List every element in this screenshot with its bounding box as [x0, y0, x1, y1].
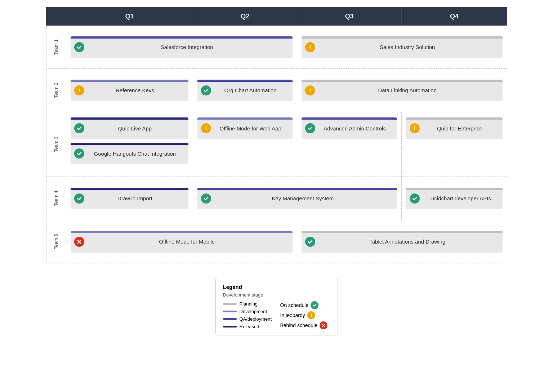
- sales-industry-solution-label: Sales Industry Solution: [380, 44, 435, 50]
- legend-in-jeopardy-icon: [307, 311, 315, 319]
- on-schedule-icon-3: [74, 123, 84, 133]
- legend-bar-planning: [223, 303, 237, 305]
- bar-qa-4: [197, 188, 397, 190]
- legend-statuses: On schedule In jeopardy Behind schedule: [280, 301, 330, 329]
- sales-industry-solution-card[interactable]: Sales Industry Solution: [302, 36, 503, 58]
- data-linking-automation-card[interactable]: Data Linking Automation: [302, 80, 503, 101]
- bar-released: [71, 117, 189, 120]
- legend-bar-development: [223, 311, 237, 312]
- team3-row: Team 3 Quip Live App: [46, 112, 507, 177]
- bar-planning-4: [406, 188, 502, 190]
- offline-mode-web-card[interactable]: Offline Mode for Web App: [197, 117, 293, 139]
- in-jeopardy-icon: [305, 42, 315, 52]
- team3-label: Team 3: [46, 112, 66, 177]
- in-jeopardy-icon-4: [201, 123, 211, 133]
- bar-qa-2: [197, 80, 293, 82]
- behind-schedule-icon: [74, 237, 84, 247]
- svg-point-0: [310, 48, 311, 49]
- tablet-annotations-label: Tablet Annotations and Drawing: [369, 239, 445, 245]
- team2-q1: Reference Keys: [66, 69, 193, 112]
- legend-development-label: Development: [240, 309, 267, 314]
- legend-grid: Planning Development QA/deployment Relea…: [223, 301, 330, 329]
- lucidchart-developer-apis-card[interactable]: Lucidchart developer APIs: [406, 188, 502, 209]
- team1-q1q2: Salesforce Integration: [66, 26, 297, 69]
- legend-on-schedule: On schedule: [280, 301, 330, 309]
- team3-q1: Quip Live App Google Hangouts Chat Integ…: [66, 112, 193, 177]
- svg-point-3: [206, 129, 206, 130]
- bar-released-2: [71, 143, 189, 145]
- legend: Legend Development stage Planning Develo…: [215, 278, 338, 335]
- team4-q4: Lucidchart developer APIs: [402, 177, 507, 220]
- salesforce-integration-card[interactable]: Salesforce Integration: [71, 36, 293, 58]
- on-schedule-icon-2: [201, 85, 211, 95]
- team4-q2q3: Key Management System: [193, 177, 402, 220]
- offline-mode-web-label: Offline Mode for Web App: [220, 125, 281, 132]
- in-jeopardy-icon-2: [74, 85, 84, 95]
- team5-q3q4: Tablet Annotations and Drawing: [297, 220, 507, 263]
- org-chart-automation-label: Org Chart Automation: [224, 87, 277, 93]
- legend-on-schedule-icon: [311, 301, 318, 309]
- google-hangouts-chat-card[interactable]: Google Hangouts Chat Integration: [71, 143, 189, 164]
- drawio-import-card[interactable]: Draw.io Import: [71, 188, 189, 209]
- header-row: Q1 Q2 Q3 Q4: [46, 8, 507, 26]
- legend-on-schedule-label: On schedule: [280, 302, 309, 308]
- drawio-import-label: Draw.io Import: [117, 195, 152, 201]
- legend-planning-label: Planning: [240, 301, 258, 307]
- advanced-admin-controls-card[interactable]: Advanced Admin Controls: [302, 117, 397, 139]
- legend-planning: Planning: [223, 301, 273, 307]
- legend-development: Development: [223, 309, 273, 314]
- on-schedule-icon-4: [74, 148, 84, 159]
- legend-subtitle: Development stage: [223, 292, 330, 298]
- on-schedule-icon-8: [410, 193, 420, 204]
- legend-bar-qa: [223, 318, 237, 320]
- reference-keys-card[interactable]: Reference Keys: [71, 80, 189, 101]
- salesforce-integration-label: Salesforce Integration: [161, 44, 213, 50]
- team4-label: Team 4: [46, 177, 66, 220]
- key-management-system-card[interactable]: Key Management System: [197, 188, 397, 209]
- legend-behind-schedule: Behind schedule: [280, 321, 330, 329]
- header-q2: Q2: [193, 8, 297, 26]
- on-schedule-icon-6: [74, 193, 84, 204]
- svg-point-4: [414, 129, 415, 130]
- header-q1: Q1: [66, 8, 193, 26]
- team2-q3q4: Data Linking Automation: [297, 69, 507, 112]
- bar-qa: [71, 36, 293, 39]
- team5-q1q2: Offline Mode for Mobile: [66, 220, 297, 263]
- quip-live-app-label: Quip Live App: [118, 125, 152, 132]
- team2-row: Team 2 Reference Keys: [46, 69, 507, 112]
- legend-released-label: Released: [240, 324, 259, 329]
- org-chart-automation-card[interactable]: Org Chart Automation: [197, 80, 293, 101]
- bar-development: [71, 80, 189, 82]
- bar-planning-2: [302, 80, 503, 82]
- team3-q4: Quip for Enterprise: [402, 112, 507, 177]
- quip-for-enterprise-card[interactable]: Quip for Enterprise: [406, 117, 502, 139]
- svg-point-1: [79, 91, 79, 92]
- key-management-system-label: Key Management System: [272, 195, 334, 201]
- team3-q3: Advanced Admin Controls: [297, 112, 402, 177]
- legend-qa-label: QA/deployment: [240, 316, 272, 322]
- on-schedule-icon-9: [305, 237, 315, 247]
- legend-bar-released: [223, 326, 237, 328]
- svg-point-2: [310, 91, 311, 92]
- team2-q2: Org Chart Automation: [193, 69, 297, 112]
- team5-row: Team 5 Offline Mode for Mobile: [46, 220, 507, 263]
- roadmap-container: Q1 Q2 Q3 Q4 Team 1 Salesforce Integratio…: [46, 7, 507, 335]
- lucidchart-developer-apis-label: Lucidchart developer APIs: [428, 195, 491, 201]
- google-hangouts-chat-label: Google Hangouts Chat Integration: [94, 151, 176, 157]
- tablet-annotations-card[interactable]: Tablet Annotations and Drawing: [302, 231, 503, 253]
- team4-q1: Draw.io Import: [66, 177, 193, 220]
- bar-released-3: [71, 188, 189, 190]
- team1-label: Team 1: [46, 26, 66, 69]
- legend-behind-schedule-label: Behind schedule: [280, 322, 318, 328]
- in-jeopardy-icon-5: [410, 123, 420, 133]
- legend-in-jeopardy-label: In jeopardy: [280, 312, 305, 318]
- advanced-admin-controls-label: Advanced Admin Controls: [324, 125, 386, 132]
- quip-live-app-card[interactable]: Quip Live App: [71, 117, 189, 139]
- header-q3: Q3: [297, 8, 402, 26]
- legend-behind-schedule-icon: [320, 321, 327, 329]
- team5-label: Team 5: [46, 220, 66, 263]
- header-q4: Q4: [402, 8, 507, 26]
- bar-planning-5: [302, 231, 503, 233]
- offline-mode-mobile-card[interactable]: Offline Mode for Mobile: [71, 231, 293, 253]
- team2-label: Team 2: [46, 69, 66, 112]
